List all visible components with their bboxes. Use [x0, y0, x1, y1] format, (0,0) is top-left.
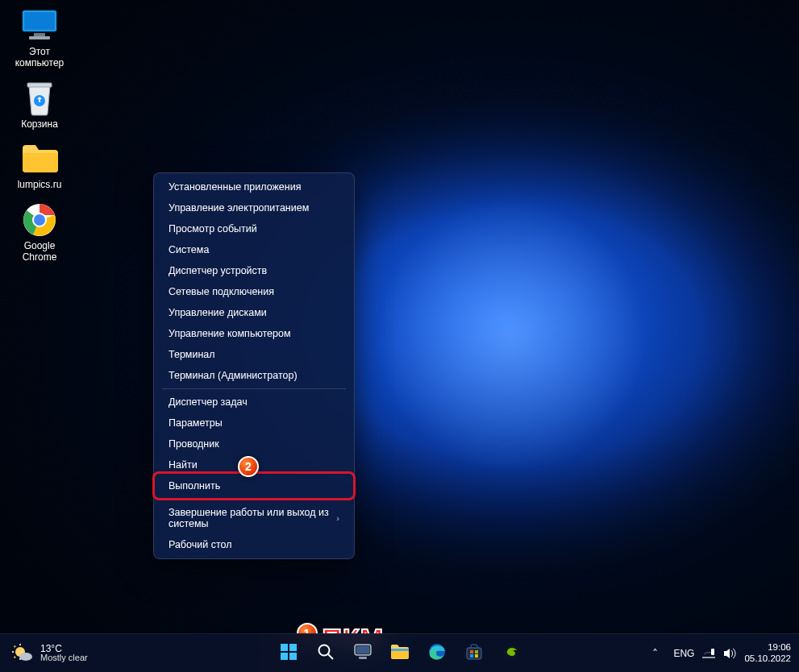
svg-rect-26 [470, 654, 473, 657]
menu-item[interactable]: Диспетчер устройств [157, 260, 351, 281]
tray-time: 19:06 [744, 642, 791, 653]
svg-rect-13 [281, 653, 288, 660]
menu-separator [162, 388, 346, 389]
desktop-icons: Этот компьютер Корзина lumpics.ru Google… [6, 6, 73, 263]
menu-item[interactable]: Просмотр событий [157, 218, 351, 239]
taskbar: 13°C Mostly clear ˄ ENG 19:06 05.10.2022 [0, 633, 799, 672]
taskbar-geforce-button[interactable] [495, 637, 527, 670]
tray-network-icon[interactable] [702, 647, 715, 659]
explorer-icon [390, 644, 410, 663]
menu-item-label: Сетевые подключения [169, 286, 274, 297]
desktop-icon-recycle-bin[interactable]: Корзина [6, 79, 73, 131]
geforce-icon [502, 643, 520, 664]
pc-icon [20, 6, 59, 45]
start-icon [279, 642, 298, 665]
menu-item-label: Управление дисками [169, 307, 267, 318]
store-icon [465, 643, 483, 664]
taskbar-weather[interactable]: 13°C Mostly clear [0, 642, 88, 665]
edge-icon [428, 643, 446, 664]
menu-item[interactable]: Установленные приложения [157, 176, 351, 197]
svg-rect-11 [281, 644, 288, 651]
menu-item[interactable]: Терминал [157, 344, 351, 365]
svg-rect-3 [29, 36, 50, 39]
menu-item[interactable]: Найти [157, 454, 351, 475]
trash-icon [20, 79, 59, 118]
svg-rect-4 [27, 83, 52, 87]
taskview-icon [354, 644, 372, 663]
menu-item-label: Параметры [169, 417, 223, 429]
taskbar-search-button[interactable] [310, 637, 342, 670]
menu-item[interactable]: Диспетчер задач [157, 392, 351, 413]
taskbar-taskview-button[interactable] [347, 637, 379, 670]
menu-item-label: Найти [169, 459, 198, 471]
menu-item[interactable]: Проводник [157, 433, 351, 454]
menu-item-label: Выполнить [169, 480, 220, 492]
tray-overflow-button[interactable]: ˄ [644, 637, 665, 670]
menu-item-label: Терминал (Администратор) [169, 370, 298, 381]
svg-rect-12 [289, 644, 297, 651]
svg-rect-21 [391, 649, 409, 651]
menu-item-label: Диспетчер устройств [169, 265, 267, 276]
menu-item[interactable]: Терминал (Администратор) [157, 365, 351, 386]
menu-item-label: Управление электропитанием [169, 202, 309, 214]
tray-clock[interactable]: 19:06 05.10.2022 [744, 642, 791, 663]
svg-rect-2 [34, 33, 45, 36]
menu-item-label: Завершение работы или выход из системы [169, 507, 336, 529]
taskbar-start-button[interactable] [273, 637, 305, 670]
svg-rect-18 [356, 646, 369, 653]
svg-point-10 [19, 653, 32, 661]
svg-rect-25 [475, 650, 478, 653]
menu-item[interactable]: Управление электропитанием [157, 197, 351, 218]
desktop-icon-label: Этот компьютер [6, 47, 73, 69]
tray-date: 05.10.2022 [744, 653, 791, 664]
desktop-icon-this-pc[interactable]: Этот компьютер [6, 6, 73, 69]
svg-rect-1 [24, 12, 55, 30]
menu-item[interactable]: Завершение работы или выход из системы› [157, 502, 351, 534]
menu-item[interactable]: Система [157, 239, 351, 260]
chevron-right-icon: › [336, 513, 339, 523]
tray-language[interactable]: ENG [673, 648, 694, 659]
taskbar-explorer-button[interactable] [384, 637, 416, 670]
menu-item[interactable]: Выполнить [157, 475, 351, 496]
chevron-up-icon: ˄ [652, 647, 658, 660]
desktop-icon-label: lumpics.ru [18, 180, 62, 191]
menu-item[interactable]: Сетевые подключения [157, 281, 351, 302]
taskbar-edge-button[interactable] [421, 637, 453, 670]
chrome-icon [20, 201, 59, 239]
desktop-icon-label: Google Chrome [6, 241, 73, 263]
tray-volume-icon[interactable] [723, 648, 736, 659]
svg-rect-29 [711, 649, 714, 655]
taskbar-center [273, 637, 527, 670]
menu-item-label: Диспетчер задач [169, 396, 248, 408]
menu-item-label: Проводник [169, 438, 219, 450]
menu-item-label: Рабочий стол [169, 539, 231, 550]
menu-item-label: Просмотр событий [169, 223, 257, 234]
speaker-icon [723, 648, 736, 659]
svg-rect-23 [467, 648, 481, 659]
desktop-wallpaper [0, 0, 799, 672]
menu-separator [162, 499, 346, 500]
winx-context-menu: Установленные приложенияУправление элект… [153, 172, 355, 559]
weather-desc: Mostly clear [40, 653, 88, 662]
menu-item[interactable]: Параметры [157, 413, 351, 433]
system-tray: ˄ ENG 19:06 05.10.2022 [644, 637, 799, 670]
svg-rect-14 [289, 653, 297, 660]
taskbar-store-button[interactable] [458, 637, 490, 670]
search-icon [317, 643, 335, 664]
svg-rect-19 [359, 657, 367, 659]
menu-item-label: Управление компьютером [169, 328, 291, 339]
svg-rect-24 [470, 650, 473, 653]
svg-line-16 [328, 654, 333, 659]
menu-item[interactable]: Управление дисками [157, 302, 351, 323]
folder-icon [20, 139, 59, 178]
svg-point-15 [318, 645, 329, 655]
desktop-icon-folder[interactable]: lumpics.ru [6, 139, 73, 191]
svg-point-8 [34, 214, 45, 226]
menu-item[interactable]: Рабочий стол [157, 534, 351, 555]
weather-icon [11, 642, 34, 665]
wifi-icon [702, 647, 715, 659]
menu-item-label: Система [169, 244, 209, 255]
menu-item-label: Терминал [169, 349, 215, 360]
menu-item[interactable]: Управление компьютером [157, 323, 351, 344]
desktop-icon-chrome[interactable]: Google Chrome [6, 201, 73, 263]
